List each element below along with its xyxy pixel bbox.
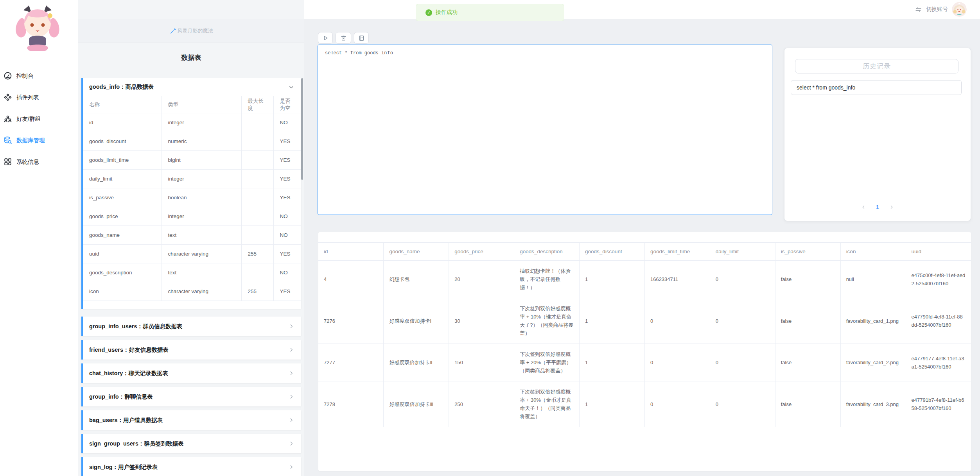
schema-cell: boolean: [162, 188, 241, 207]
results-cell: null: [840, 261, 906, 298]
sql-text: select * from goods_info: [325, 50, 393, 56]
table-accordion-item[interactable]: sign_log：用户签到记录表: [81, 457, 301, 476]
schema-cell: text: [162, 263, 241, 282]
results-cell: e47791b7-4ef8-11ef-b658-5254007bf160: [906, 381, 971, 427]
sidebar-item-database[interactable]: 数据库管理: [0, 132, 78, 148]
table-accordion-item[interactable]: sign_group_users：群员签到数据表: [81, 434, 301, 453]
schema-cell: NO: [273, 207, 301, 226]
results-cell: 幻想卡包: [384, 261, 449, 298]
results-card: id goods_name goods_price goods_descript…: [318, 232, 971, 471]
results-cell: 0: [644, 344, 710, 381]
chevron-right-icon: [289, 324, 294, 329]
schema-cell: integer: [162, 170, 241, 188]
schema-cell: is_passive: [83, 188, 162, 207]
collapsed-tables-list: group_info_users：群员信息数据表 friend_users：好友…: [81, 317, 301, 476]
sidebar-item-label: 数据库管理: [16, 137, 45, 144]
sidebar-item-label: 好友/群组: [16, 115, 41, 123]
query-log-button[interactable]: [354, 32, 369, 44]
results-cell: favorability_card_2.png: [840, 344, 906, 381]
table-accordion-item[interactable]: friend_users：好友信息数据表: [81, 340, 301, 360]
magic-label: 风灵月影的魔法: [178, 27, 213, 34]
schema-cell: NO: [273, 263, 301, 282]
app-root: 端口设置 切换账号: [0, 0, 980, 476]
schema-cell: YES: [273, 170, 301, 188]
schema-cell: YES: [273, 282, 301, 301]
swap-arrows-icon: [915, 6, 922, 13]
gauge-icon: [4, 72, 12, 80]
schema-cell: [241, 113, 273, 132]
current-page[interactable]: 1: [876, 204, 879, 210]
results-table: id goods_name goods_price goods_descript…: [318, 242, 971, 427]
results-cell: e4779177-4ef8-11ef-a3a1-5254007bf160: [906, 344, 971, 381]
tables-panel: 风灵月影的魔法 数据表 goods_info：商品数据表 名称 类型 最大长度 …: [78, 0, 304, 476]
schema-cell: [241, 151, 273, 170]
results-cell: 抽取幻想卡牌！（体验版，不记录任何数据！）: [514, 261, 580, 298]
schema-cell: numeric: [162, 132, 241, 151]
table-accordion-item[interactable]: group_info_users：群员信息数据表: [81, 317, 301, 336]
schema-cell: [241, 263, 273, 282]
table-accordion-label: bag_users：用户道具数据表: [83, 417, 289, 424]
results-cell: 1: [580, 298, 645, 344]
history-entry[interactable]: select * from goods_info: [791, 80, 962, 95]
sidebar-item-system-info[interactable]: 系统信息: [0, 154, 78, 170]
journal-icon: [358, 35, 365, 41]
schema-cell: NO: [273, 113, 301, 132]
results-row: 4 幻想卡包 20 抽取幻想卡牌！（体验版，不记录任何数据！） 1 166233…: [318, 261, 971, 298]
results-cell: 0: [710, 261, 775, 298]
run-query-button[interactable]: [318, 32, 333, 44]
account-area[interactable]: 切换账号: [915, 0, 967, 19]
schema-row: goods_name text NO: [83, 226, 301, 245]
sidebar-item-label: 控制台: [16, 72, 34, 80]
panel-scrollbar-thumb[interactable]: [301, 78, 303, 180]
friends-icon: [4, 115, 12, 123]
clear-editor-button[interactable]: [336, 32, 351, 44]
results-cell: 7276: [318, 298, 384, 344]
results-cell: 30: [449, 298, 514, 344]
schema-cell: 255: [241, 282, 273, 301]
results-col-header: goods_discount: [580, 243, 645, 261]
schema-cell: integer: [162, 113, 241, 132]
table-accordion-label: chat_history：聊天记录数据表: [83, 370, 289, 377]
sidebar-item-friends-groups[interactable]: 好友/群组: [0, 111, 78, 127]
database-icon: [4, 136, 12, 145]
results-cell: 20: [449, 261, 514, 298]
table-accordion-item[interactable]: chat_history：聊天记录数据表: [81, 363, 301, 383]
schema-row: id integer NO: [83, 113, 301, 132]
schema-col-header: 类型: [162, 96, 241, 113]
schema-cell: goods_limit_time: [83, 151, 162, 170]
results-cell: false: [775, 381, 840, 427]
results-cell: 1662334711: [644, 261, 710, 298]
sidebar-item-plugins[interactable]: 插件列表: [0, 89, 78, 105]
results-cell: 下次签到双倍好感度概率 + 20%（平平庸庸）（同类商品将覆盖）: [514, 344, 580, 381]
table-accordion-item[interactable]: group_info：群聊信息表: [81, 387, 301, 406]
sidebar-item-console[interactable]: 控制台: [0, 68, 78, 84]
table-accordion-item[interactable]: bag_users：用户道具数据表: [81, 410, 301, 430]
goods-info-accordion-header[interactable]: goods_info：商品数据表: [83, 78, 301, 96]
schema-cell: YES: [273, 188, 301, 207]
goods-info-card: goods_info：商品数据表 名称 类型 最大长度 是否为空: [81, 78, 301, 309]
toast-message: 操作成功: [436, 9, 458, 16]
schema-cell: goods_discount: [83, 132, 162, 151]
account-avatar[interactable]: [952, 2, 967, 17]
prev-page-button[interactable]: [861, 205, 866, 209]
table-accordion-label: group_info：群聊信息表: [83, 393, 289, 401]
schema-cell: id: [83, 113, 162, 132]
results-header-row: id goods_name goods_price goods_descript…: [318, 243, 971, 261]
sql-editor[interactable]: select * from goods_info: [318, 45, 772, 215]
schema-row: goods_discount numeric YES: [83, 132, 301, 151]
results-cell: 7278: [318, 381, 384, 427]
results-cell: 0: [710, 344, 775, 381]
chevron-right-icon: [289, 464, 294, 470]
next-page-button[interactable]: [889, 205, 894, 209]
goods-info-title: goods_info：商品数据表: [83, 83, 289, 91]
results-col-header: goods_price: [449, 243, 514, 261]
chevron-right-icon: [289, 370, 294, 376]
results-cell: 250: [449, 381, 514, 427]
schema-cell: goods_description: [83, 263, 162, 282]
results-col-header: goods_limit_time: [644, 243, 710, 261]
results-col-header: daily_limit: [710, 243, 775, 261]
schema-cell: goods_name: [83, 226, 162, 245]
results-cell: false: [775, 298, 840, 344]
schema-row: daily_limit integer YES: [83, 170, 301, 188]
schema-cell: character varying: [162, 245, 241, 263]
